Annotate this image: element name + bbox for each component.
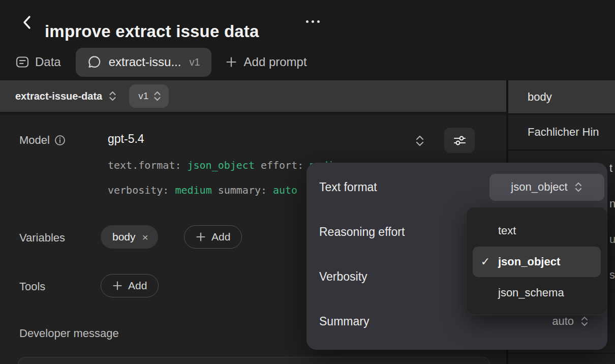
text-format-row: Text format json_object bbox=[306, 165, 607, 209]
title-bar: improve extract issue data bbox=[0, 0, 615, 47]
developer-message-label: Developer message bbox=[19, 327, 119, 340]
select-chevrons-icon bbox=[574, 180, 583, 194]
variable-chip-label: body bbox=[112, 231, 136, 243]
table-cell-text: Fachlicher Hin bbox=[528, 126, 599, 139]
text-format-value: json_object bbox=[511, 180, 567, 194]
reasoning-effort-label: Reasoning effort bbox=[319, 225, 405, 239]
prompt-name-select[interactable]: extract-issue-data bbox=[15, 90, 117, 102]
variable-chip-body[interactable]: body × bbox=[101, 225, 158, 249]
prompt-toolbar: extract-issue-data v1 bbox=[0, 80, 506, 113]
model-label-text: Model bbox=[19, 134, 50, 147]
summary-select[interactable]: auto bbox=[552, 315, 589, 328]
remove-variable-icon[interactable]: × bbox=[142, 232, 148, 242]
option-text[interactable]: text bbox=[473, 215, 601, 247]
config-key: verbosity: bbox=[108, 184, 169, 196]
table-cell-fragment: s bbox=[609, 268, 615, 282]
verbosity-label: Verbosity bbox=[319, 270, 367, 284]
variables-label: Variables bbox=[19, 231, 65, 245]
data-table-icon bbox=[15, 55, 29, 69]
summary-label: Summary bbox=[319, 315, 369, 328]
info-icon[interactable] bbox=[54, 135, 66, 146]
prompt-editor-window: improve extract issue data Data extract-… bbox=[0, 0, 615, 364]
prompt-name: extract-issue-data bbox=[15, 90, 102, 102]
more-dots-icon bbox=[306, 20, 309, 23]
sliders-icon bbox=[453, 134, 467, 147]
more-dots-icon bbox=[317, 20, 320, 23]
tab-data-label: Data bbox=[35, 55, 61, 69]
tab-prompt-label: extract-issu... bbox=[109, 55, 181, 69]
option-json-object[interactable]: ✓ json_object bbox=[473, 247, 601, 277]
version-label: v1 bbox=[138, 90, 148, 102]
row-divider bbox=[508, 353, 615, 354]
add-tool-label: Add bbox=[128, 280, 147, 292]
add-prompt-button[interactable]: Add prompt bbox=[225, 55, 307, 69]
plus-icon bbox=[196, 232, 206, 242]
text-format-label: Text format bbox=[319, 180, 377, 194]
data-column-header-label: body bbox=[528, 90, 552, 104]
text-format-select[interactable]: json_object bbox=[489, 174, 604, 201]
tab-prompt-extract-issue-data[interactable]: extract-issu... v1 bbox=[76, 48, 211, 77]
config-key: summary: bbox=[218, 184, 267, 196]
option-label: text bbox=[498, 224, 516, 237]
option-json-schema[interactable]: json_schema bbox=[473, 277, 601, 309]
check-icon: ✓ bbox=[473, 255, 498, 268]
table-row[interactable]: Fachlicher Hin bbox=[508, 115, 615, 150]
chevron-left-icon bbox=[21, 14, 33, 31]
select-chevrons-icon bbox=[108, 90, 117, 102]
plus-icon bbox=[112, 281, 122, 291]
plus-icon bbox=[225, 56, 237, 68]
config-value: auto bbox=[273, 184, 297, 196]
config-value: medium bbox=[175, 184, 211, 196]
add-prompt-label: Add prompt bbox=[244, 55, 307, 69]
model-label: Model bbox=[19, 134, 66, 147]
tools-label: Tools bbox=[19, 280, 45, 293]
add-variable-button[interactable]: Add bbox=[184, 225, 242, 249]
text-format-dropdown: text ✓ json_object json_schema bbox=[466, 207, 607, 315]
version-select[interactable]: v1 bbox=[129, 84, 169, 108]
config-key: text.format: bbox=[108, 159, 181, 171]
table-cell-fragment: n bbox=[609, 197, 615, 210]
model-settings-button[interactable] bbox=[444, 128, 475, 153]
more-dots-icon bbox=[312, 20, 314, 23]
table-cell-fragment: u bbox=[609, 233, 615, 246]
config-key: effort: bbox=[261, 159, 303, 171]
add-tool-button[interactable]: Add bbox=[101, 274, 159, 297]
chat-bubble-icon bbox=[87, 54, 102, 70]
developer-message-input[interactable] bbox=[18, 357, 490, 364]
add-variable-label: Add bbox=[211, 231, 230, 243]
more-options-button[interactable] bbox=[302, 14, 323, 28]
tab-prompt-version: v1 bbox=[189, 56, 200, 68]
page-title: improve extract issue data bbox=[45, 22, 259, 41]
model-select-chevrons-icon[interactable] bbox=[415, 134, 425, 147]
model-value[interactable]: gpt-5.4 bbox=[108, 132, 144, 146]
select-chevrons-icon bbox=[580, 315, 589, 328]
data-column-header[interactable]: body bbox=[508, 80, 615, 115]
option-label: json_schema bbox=[498, 286, 564, 299]
table-cell-fragment: t bbox=[609, 162, 612, 175]
tab-data[interactable]: Data bbox=[15, 55, 61, 69]
select-chevrons-icon bbox=[153, 90, 162, 102]
model-config-summary-line2: verbosity:mediumsummary:auto bbox=[108, 184, 297, 196]
back-button[interactable] bbox=[19, 13, 35, 32]
config-value: json_object bbox=[188, 159, 255, 171]
summary-value: auto bbox=[552, 315, 574, 328]
option-label: json_object bbox=[498, 255, 560, 268]
tab-bar: Data extract-issu... v1 Add prompt bbox=[15, 47, 615, 77]
